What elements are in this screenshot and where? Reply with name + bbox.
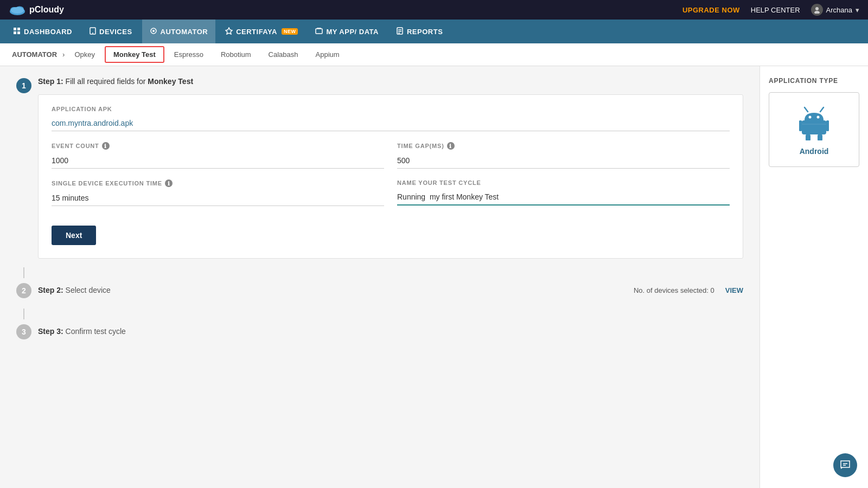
step1-content: Step 1: Fill all required fields for Mon… bbox=[38, 77, 743, 259]
single-device-label: SINGLE DEVICE EXECUTION TIME ℹ bbox=[52, 179, 384, 187]
svg-point-11 bbox=[92, 33, 93, 34]
svg-rect-28 bbox=[818, 134, 822, 140]
nav-item-devices[interactable]: DEVICES bbox=[82, 20, 140, 43]
chat-button[interactable] bbox=[833, 453, 857, 477]
tab-appium[interactable]: Appium bbox=[308, 47, 347, 62]
nav-label-reports: REPORTS bbox=[407, 28, 443, 36]
test-cycle-label: NAME YOUR TEST CYCLE bbox=[397, 179, 730, 186]
nav-label-certifaya: CERTIFAYA bbox=[236, 28, 277, 36]
android-icon bbox=[798, 104, 831, 142]
svg-line-20 bbox=[805, 107, 808, 112]
breadcrumb-arrow: › bbox=[62, 50, 65, 59]
svg-point-23 bbox=[817, 115, 820, 118]
content-wrapper: 1 Step 1: Fill all required fields for M… bbox=[0, 66, 868, 488]
step2-title: Step 2: Select device bbox=[38, 286, 111, 294]
logo-icon bbox=[9, 4, 26, 16]
step1-badge: 1 bbox=[16, 78, 31, 93]
event-count-input[interactable] bbox=[52, 153, 384, 169]
top-bar-right: UPGRADE NOW HELP CENTER Archana ▾ bbox=[682, 4, 859, 16]
row-event-time: EVENT COUNT ℹ TIME GAP(ms) ℹ bbox=[52, 142, 730, 179]
step3-inline: Step 3: Confirm test cycle bbox=[38, 322, 126, 341]
form-panel: APPLICATION APK com.myntra.android.apk E… bbox=[38, 94, 743, 259]
logo: pCloudy bbox=[9, 4, 64, 16]
upgrade-button[interactable]: UPGRADE NOW bbox=[682, 6, 740, 14]
tab-monkey-test[interactable]: Monkey Test bbox=[105, 46, 164, 63]
svg-rect-27 bbox=[806, 134, 810, 140]
help-center-button[interactable]: HELP CENTER bbox=[751, 6, 800, 14]
nav-item-myapp[interactable]: MY APP/ DATA bbox=[308, 20, 386, 43]
tab-espresso[interactable]: Espresso bbox=[167, 47, 211, 62]
svg-rect-25 bbox=[799, 120, 802, 131]
step-connector-1 bbox=[23, 267, 24, 278]
android-label: Android bbox=[800, 147, 829, 156]
svg-rect-26 bbox=[826, 120, 829, 131]
svg-rect-24 bbox=[802, 120, 826, 134]
step2-container: 2 Step 2: Select device No. of devices s… bbox=[16, 280, 743, 300]
devices-count: No. of devices selected: 0 bbox=[634, 286, 714, 294]
step-connector-2 bbox=[23, 309, 24, 319]
certifaya-icon bbox=[225, 27, 233, 36]
nav-item-dashboard[interactable]: DASHBOARD bbox=[5, 20, 80, 43]
time-gap-input[interactable] bbox=[397, 153, 730, 169]
nav-item-certifaya[interactable]: CERTIFAYA NEW bbox=[218, 20, 305, 43]
svg-rect-7 bbox=[17, 28, 20, 30]
svg-line-21 bbox=[820, 107, 824, 112]
top-bar: pCloudy UPGRADE NOW HELP CENTER Archana … bbox=[0, 0, 868, 20]
step2-badge: 2 bbox=[16, 283, 31, 298]
svg-point-3 bbox=[11, 7, 24, 14]
single-device-input[interactable] bbox=[52, 190, 384, 206]
svg-rect-9 bbox=[17, 31, 20, 34]
step2-subtitle-text: Select device bbox=[66, 286, 111, 294]
apk-value[interactable]: com.myntra.android.apk bbox=[52, 115, 730, 131]
nav-item-automator[interactable]: AUTOMATOR bbox=[142, 20, 216, 43]
next-button[interactable]: Next bbox=[52, 226, 96, 245]
time-gap-info-icon[interactable]: ℹ bbox=[447, 142, 455, 150]
svg-point-22 bbox=[809, 115, 812, 118]
apk-label: APPLICATION APK bbox=[52, 106, 730, 112]
svg-rect-15 bbox=[316, 29, 322, 34]
svg-point-5 bbox=[814, 11, 820, 14]
event-count-label: EVENT COUNT ℹ bbox=[52, 142, 384, 150]
new-badge: NEW bbox=[282, 28, 298, 35]
svg-rect-6 bbox=[14, 28, 16, 30]
step2-title-bold: Step 2: bbox=[38, 286, 63, 294]
nav-item-reports[interactable]: REPORTS bbox=[388, 20, 450, 43]
devices-icon bbox=[90, 27, 96, 36]
test-cycle-input[interactable] bbox=[397, 189, 730, 206]
event-count-group: EVENT COUNT ℹ bbox=[52, 142, 384, 169]
step3-container: 3 Step 3: Confirm test cycle bbox=[16, 322, 743, 341]
main-content: 1 Step 1: Fill all required fields for M… bbox=[0, 66, 760, 488]
android-app-type-card[interactable]: Android bbox=[769, 92, 859, 167]
tab-calabash[interactable]: Calabash bbox=[261, 47, 306, 62]
automator-icon bbox=[150, 27, 157, 36]
step3-subtitle-text: Confirm test cycle bbox=[66, 327, 126, 336]
svg-point-4 bbox=[815, 7, 819, 10]
single-device-group: SINGLE DEVICE EXECUTION TIME ℹ bbox=[52, 179, 384, 206]
step3-title-bold: Step 3: bbox=[38, 327, 63, 336]
user-menu[interactable]: Archana ▾ bbox=[811, 4, 859, 16]
svg-rect-8 bbox=[14, 31, 16, 34]
step1-title-highlight: Monkey Test bbox=[148, 77, 193, 86]
right-sidebar: APPLICATION TYPE bbox=[760, 66, 868, 488]
user-name: Archana bbox=[826, 6, 852, 14]
event-count-info-icon[interactable]: ℹ bbox=[102, 142, 110, 150]
step3-title: Step 3: Confirm test cycle bbox=[38, 327, 126, 336]
main-nav: DASHBOARD DEVICES AUTOMATOR CERTIFAYA NE… bbox=[0, 20, 868, 43]
nav-label-myapp: MY APP/ DATA bbox=[326, 28, 379, 36]
avatar bbox=[811, 4, 823, 16]
breadcrumb[interactable]: AUTOMATOR bbox=[9, 48, 60, 61]
row-device-cycle: SINGLE DEVICE EXECUTION TIME ℹ NAME YOUR… bbox=[52, 179, 730, 217]
nav-label-dashboard: DASHBOARD bbox=[24, 28, 72, 36]
sidebar-title: APPLICATION TYPE bbox=[769, 77, 859, 85]
step1-container: 1 Step 1: Fill all required fields for M… bbox=[16, 77, 743, 259]
nav-label-devices: DEVICES bbox=[99, 28, 132, 36]
time-gap-label: TIME GAP(ms) ℹ bbox=[397, 142, 730, 150]
view-link[interactable]: VIEW bbox=[725, 286, 743, 294]
tab-robotium[interactable]: Robotium bbox=[213, 47, 259, 62]
step1-title-text: Fill all required fields for bbox=[66, 77, 148, 86]
sub-nav: AUTOMATOR › Opkey Monkey Test Espresso R… bbox=[0, 43, 868, 66]
single-device-info-icon[interactable]: ℹ bbox=[165, 179, 173, 187]
step1-title-bold: Step 1: bbox=[38, 77, 63, 86]
tab-opkey[interactable]: Opkey bbox=[67, 47, 103, 62]
chevron-down-icon: ▾ bbox=[856, 6, 859, 14]
